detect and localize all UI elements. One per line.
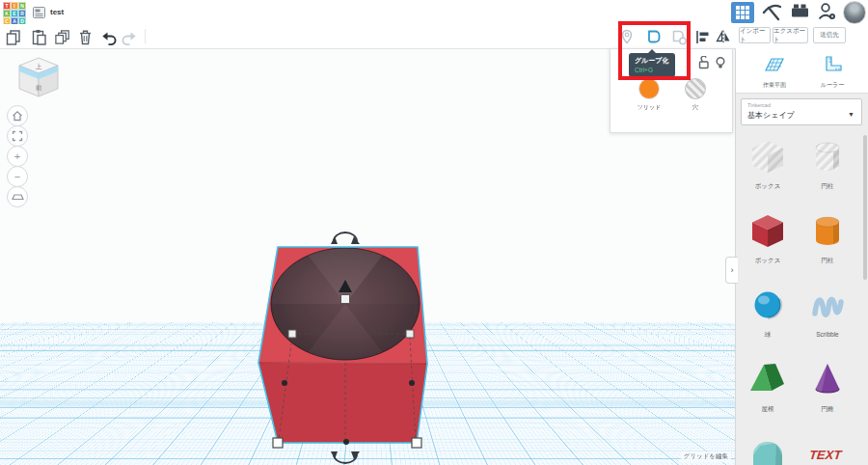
shape-category-dropdown[interactable]: Tinkercad 基本シェイプ ▼ [741,98,862,125]
shape-tile-cylinder[interactable]: 円柱 [798,131,857,205]
avatar[interactable] [843,1,866,24]
grid-icon [736,6,749,19]
zoom-out-button[interactable]: − [7,166,28,187]
dropdown-brand: Tinkercad [747,102,855,108]
halfcyl-shape-icon [748,434,787,465]
solid-option[interactable]: ソリッド [625,78,673,112]
shape-tile-sphere[interactable]: 球 [738,280,798,354]
mirror-icon[interactable] [715,28,732,45]
highlight-annotation [618,21,691,80]
box-front-face[interactable] [258,363,427,443]
workplane-label: 作業平面 [746,81,803,90]
shape-tile-text3d[interactable]: TEXT [798,428,857,465]
edit-grid-link[interactable]: グリッドを編集 [681,451,731,462]
redo-icon[interactable] [122,28,139,45]
mid-right-handle[interactable] [409,380,415,386]
shape-label: ボックス [755,182,781,191]
rotate-handle-top[interactable] [331,232,360,244]
ruler-widget[interactable]: ルーラー [803,54,861,90]
shape-label: 円柱 [822,257,834,265]
brick-icon[interactable] [789,0,810,25]
shape-label: 円錐 [822,405,834,414]
scribble-shape-icon [808,286,847,328]
bottom-right-handle[interactable] [412,438,421,448]
shape-library: ボックス 円柱 ボックス 円柱 球Scribble 屋根 円錐 TEXT [738,131,863,465]
logo-cell: K [3,10,11,17]
export-button[interactable]: エクスポート [773,27,808,43]
logo-cell: E [11,10,18,17]
fit-view-button[interactable] [7,125,28,147]
duplicate-icon[interactable] [54,28,71,45]
import-button[interactable]: インポート [739,27,771,43]
perspective-toggle-button[interactable] [7,186,28,207]
view-cube-top-label: 上 [36,63,42,69]
logo-cell: R [18,10,26,17]
ruler-icon [821,54,844,75]
top-left-handle[interactable] [288,330,296,338]
shape-label: 屋根 [762,405,774,414]
tinkercad-logo[interactable]: TINKERCAD [3,2,26,25]
delete-icon[interactable] [76,28,94,45]
unlock-icon[interactable] [697,56,710,73]
copy-icon[interactable] [4,28,21,45]
tinkercad-app: TINKERCAD test [0,0,868,465]
app-header: TINKERCAD test [0,0,868,24]
workplane-icon [763,54,786,75]
view-cube-front-label: 前 [36,84,42,91]
mid-left-handle[interactable] [282,380,287,386]
ruler-label: ルーラー [803,81,861,90]
shape-tile-scribble[interactable]: Scribble [798,280,857,354]
add-user-icon[interactable] [817,0,836,25]
cylinder-shape-icon [808,137,847,179]
shape-label: 球 [765,331,772,340]
shape-tile-box[interactable]: ボックス [738,205,798,280]
panel-collapse-tab[interactable]: › [725,257,738,284]
box-shape-icon [748,137,787,179]
dashboard-grid-button[interactable] [731,2,754,23]
panel-scrollbar[interactable] [863,135,867,280]
logo-cell: I [11,2,18,10]
solid-swatch[interactable] [638,78,660,99]
shapes-panel: 作業平面 ルーラー Tinkercad 基本シェイプ ▼ ボックス [735,48,868,465]
workplane-widget[interactable]: 作業平面 [746,54,803,90]
shape-tile-cone[interactable]: 円錐 [798,354,857,428]
top-center-handle[interactable] [341,295,350,304]
bottom-center-handle[interactable] [343,439,349,445]
view-cube[interactable]: 上 前 [14,56,64,98]
zoom-in-button[interactable]: + [7,146,28,167]
text3d-shape-icon: TEXT [808,434,847,465]
lightbulb-icon[interactable] [715,56,726,73]
solid-label: ソリッド [625,103,673,112]
dropdown-value: 基本シェイプ [747,110,855,121]
logo-cell: N [18,2,26,10]
shape-label: 円柱 [822,182,834,191]
bottom-left-handle[interactable] [273,438,283,448]
cylinder-shape-icon [808,211,847,254]
design-title[interactable]: test [50,8,64,16]
home-view-button[interactable] [7,105,28,126]
hole-swatch[interactable] [685,78,706,99]
undo-icon[interactable] [99,28,117,45]
sphere-shape-icon [748,286,787,328]
box-shape-icon [748,211,787,254]
shape-tile-cylinder[interactable]: 円柱 [798,205,857,280]
svg-text:TEXT: TEXT [808,448,843,462]
shape-label: ボックス [755,257,781,265]
shape-tile-roof[interactable]: 屋根 [738,354,798,428]
rotate-handle-bottom[interactable] [331,451,360,463]
roof-shape-icon [748,360,787,402]
logo-cell: T [3,2,11,10]
shape-label: Scribble [816,331,838,338]
shape-tile-box[interactable]: ボックス [738,131,798,205]
top-right-handle[interactable] [406,330,414,338]
design-properties-icon[interactable] [32,6,46,23]
hole-option[interactable]: 穴 [671,78,719,112]
pickaxe-icon[interactable] [761,0,782,25]
align-icon[interactable] [693,28,711,45]
hole-label: 穴 [671,103,719,112]
send-to-button[interactable]: 送信先 [813,27,846,43]
main-toolbar: インポート エクスポート 送信先 [0,24,868,49]
paste-icon[interactable] [30,28,47,45]
cone-shape-icon [808,360,847,402]
shape-tile-halfcyl[interactable] [738,428,798,465]
